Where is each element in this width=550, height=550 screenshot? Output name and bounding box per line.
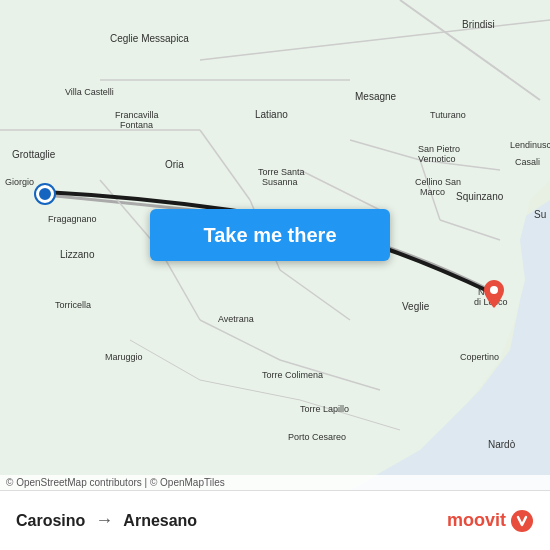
svg-text:Susanna: Susanna (262, 177, 298, 187)
moovit-text: moovit (447, 510, 506, 531)
svg-text:Ceglie Messapica: Ceglie Messapica (110, 33, 189, 44)
svg-text:Oria: Oria (165, 159, 184, 170)
svg-text:Copertino: Copertino (460, 352, 499, 362)
svg-text:Tuturano: Tuturano (430, 110, 466, 120)
svg-text:Fontana: Fontana (120, 120, 153, 130)
svg-text:Giorgio: Giorgio (5, 177, 34, 187)
svg-text:Lendinusc: Lendinusc (510, 140, 550, 150)
svg-text:Torre Lapillo: Torre Lapillo (300, 404, 349, 414)
svg-text:Cellino San: Cellino San (415, 177, 461, 187)
destination-label: Arnesano (123, 512, 197, 530)
svg-text:Torre Colimena: Torre Colimena (262, 370, 323, 380)
svg-text:San Pietro: San Pietro (418, 144, 460, 154)
svg-text:Casali: Casali (515, 157, 540, 167)
svg-text:Veglie: Veglie (402, 301, 430, 312)
map-attribution: © OpenStreetMap contributors | © OpenMap… (0, 475, 550, 490)
map-container: Ceglie Messapica Villa Castelli Grottagl… (0, 0, 550, 490)
svg-text:Marco: Marco (420, 187, 445, 197)
svg-text:Torre Santa: Torre Santa (258, 167, 305, 177)
svg-text:Grottaglie: Grottaglie (12, 149, 56, 160)
svg-text:Vernotico: Vernotico (418, 154, 456, 164)
svg-text:Squinzano: Squinzano (456, 191, 504, 202)
svg-text:Francavilla: Francavilla (115, 110, 159, 120)
origin-marker (36, 185, 54, 203)
svg-text:Fragagnano: Fragagnano (48, 214, 97, 224)
svg-text:Avetrana: Avetrana (218, 314, 254, 324)
svg-text:Maruggio: Maruggio (105, 352, 143, 362)
svg-text:Su: Su (534, 209, 546, 220)
direction-arrow: → (95, 510, 113, 531)
moovit-icon (510, 509, 534, 533)
svg-text:Latiano: Latiano (255, 109, 288, 120)
svg-text:Torricella: Torricella (55, 300, 91, 310)
svg-text:Brindisi: Brindisi (462, 19, 495, 30)
svg-point-57 (490, 286, 498, 294)
svg-point-58 (511, 510, 533, 532)
destination-marker (484, 280, 504, 312)
svg-text:Nardò: Nardò (488, 439, 516, 450)
svg-text:Villa Castelli: Villa Castelli (65, 87, 114, 97)
moovit-logo: moovit (447, 509, 534, 533)
svg-text:Porto Cesareo: Porto Cesareo (288, 432, 346, 442)
footer: Carosino → Arnesano moovit (0, 490, 550, 550)
origin-label: Carosino (16, 512, 85, 530)
take-me-there-button[interactable]: Take me there (150, 209, 390, 261)
svg-text:Lizzano: Lizzano (60, 249, 95, 260)
svg-text:Mesagne: Mesagne (355, 91, 397, 102)
